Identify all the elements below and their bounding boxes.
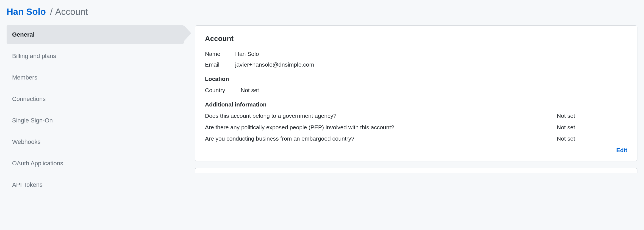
additional-answer: Not set	[557, 111, 575, 120]
sidebar-item-label: Billing and plans	[12, 53, 56, 59]
sidebar-item-label: OAuth Applications	[12, 160, 63, 167]
additional-question: Are you conducting business from an emba…	[205, 134, 354, 143]
sidebar-item-label: Connections	[12, 95, 46, 102]
sidebar-item-webhooks[interactable]: Webhooks	[7, 133, 184, 151]
account-email-row: Email javier+hansolo@dnsimple.com	[205, 60, 627, 69]
main-content: Account Name Han Solo Email javier+hanso…	[195, 25, 637, 197]
country-value: Not set	[241, 86, 259, 95]
additional-info-heading: Additional information	[205, 100, 627, 109]
sidebar-item-single-sign-on[interactable]: Single Sign-On	[7, 111, 184, 130]
account-email-label: Email	[205, 60, 235, 69]
additional-question: Are there any politically exposed people…	[205, 123, 394, 132]
breadcrumb-current: Account	[55, 7, 88, 17]
next-card-peek	[195, 168, 637, 173]
sidebar-item-members[interactable]: Members	[7, 68, 184, 87]
account-email-value: javier+hansolo@dnsimple.com	[235, 60, 314, 69]
card-title-account: Account	[205, 33, 627, 44]
additional-info-row: Are there any politically exposed people…	[205, 123, 627, 132]
sidebar-item-label: Members	[12, 74, 37, 81]
sidebar-item-label: Single Sign-On	[12, 117, 53, 124]
additional-question: Does this account belong to a government…	[205, 111, 337, 120]
breadcrumb-link-account-owner[interactable]: Han Solo	[7, 7, 46, 17]
sidebar-item-label: General	[12, 31, 35, 38]
account-name-label: Name	[205, 50, 235, 58]
sidebar-item-api-tokens[interactable]: API Tokens	[7, 176, 184, 194]
breadcrumb: Han Solo / Account	[7, 0, 637, 25]
sidebar-nav: General Billing and plans Members Connec…	[7, 25, 184, 197]
sidebar-item-oauth-applications[interactable]: OAuth Applications	[7, 154, 184, 172]
breadcrumb-separator: /	[50, 7, 52, 17]
additional-info-row: Are you conducting business from an emba…	[205, 134, 627, 143]
additional-info-row: Does this account belong to a government…	[205, 111, 627, 120]
account-card: Account Name Han Solo Email javier+hanso…	[195, 25, 637, 161]
account-name-row: Name Han Solo	[205, 50, 627, 58]
edit-row: Edit	[205, 146, 627, 155]
additional-answer: Not set	[557, 123, 575, 132]
account-name-value: Han Solo	[235, 50, 259, 58]
sidebar-item-connections[interactable]: Connections	[7, 90, 184, 108]
sidebar-item-general[interactable]: General	[7, 25, 184, 44]
sidebar-item-label: API Tokens	[12, 181, 43, 188]
sidebar-item-label: Webhooks	[12, 138, 41, 145]
sidebar-item-billing[interactable]: Billing and plans	[7, 47, 184, 65]
country-label: Country	[205, 86, 241, 95]
country-row: Country Not set	[205, 86, 627, 95]
edit-button[interactable]: Edit	[616, 147, 627, 153]
location-heading: Location	[205, 75, 627, 83]
additional-answer: Not set	[557, 134, 575, 143]
